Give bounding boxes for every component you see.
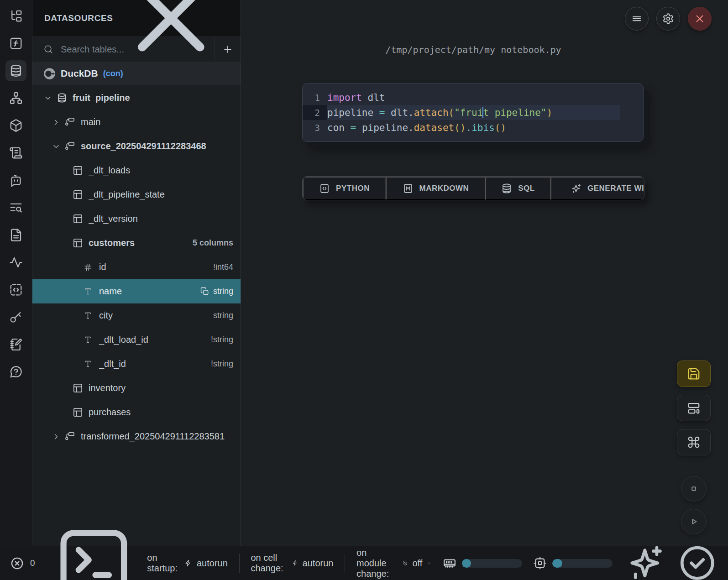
activity-item-help-circle[interactable]: [5, 361, 26, 382]
tree-row-_dlt_load_id[interactable]: _dlt_load_id!string: [32, 328, 241, 352]
code-line-3[interactable]: 3con = pipeline.dataset().ibis(): [303, 120, 643, 135]
notebook-area: /tmp/project/path/my_notebook.py 1import…: [241, 0, 728, 546]
code-square-icon: [9, 283, 23, 297]
table-icon: [73, 214, 83, 224]
tree-item-meta: string: [213, 311, 241, 320]
schema-icon: [65, 431, 75, 442]
activity-item-key[interactable]: [5, 307, 26, 328]
button-label: PYTHON: [336, 184, 370, 193]
tree-row-name[interactable]: namestring: [32, 279, 241, 303]
hash-icon: [84, 263, 92, 272]
code-editor[interactable]: 1import dlt2pipeline = dlt.attach("fruit…: [303, 84, 643, 141]
run-setting-on-cell-change[interactable]: on cell change:autorun: [239, 553, 345, 574]
chevron-down-icon[interactable]: [52, 142, 61, 151]
activity-item-file-tree[interactable]: [5, 5, 26, 26]
sparkles-icon: [624, 543, 665, 580]
tree-item-meta: !string: [211, 359, 241, 369]
button-label: GENERATE WIT: [587, 184, 644, 193]
tree-row-purchases[interactable]: purchases: [32, 400, 241, 424]
key-icon: [9, 310, 23, 324]
menu-button[interactable]: [625, 7, 649, 31]
activity-item-box[interactable]: [5, 115, 26, 136]
tree-row-_dlt_version[interactable]: _dlt_version: [32, 207, 241, 231]
datasources-panel-header: DATASOURCES: [32, 0, 241, 37]
tree-row-city[interactable]: citystring: [32, 303, 241, 328]
layout-button[interactable]: [677, 395, 711, 421]
tree-row-source_202504291112283468[interactable]: source_202504291112283468: [32, 134, 241, 158]
add-cell-button-generate-wit[interactable]: GENERATE WIT: [550, 177, 644, 200]
duckdb-logo-icon: [43, 68, 56, 80]
tree-row-_dlt_pipeline_state[interactable]: _dlt_pipeline_state: [32, 183, 241, 207]
stop-button[interactable]: [681, 476, 707, 502]
tree-row-main[interactable]: main: [32, 110, 241, 134]
activity-icon: [9, 256, 23, 269]
error-indicator[interactable]: 0: [10, 556, 35, 570]
activity-item-function-square[interactable]: [5, 33, 26, 54]
terminal-button[interactable]: [53, 523, 134, 580]
memory-icon: [443, 556, 456, 570]
cpu-meter: [533, 556, 613, 570]
tree-item-meta: string: [200, 287, 241, 296]
engine-row[interactable]: DuckDB (con): [32, 62, 241, 85]
engine-connection: (con): [103, 69, 123, 78]
tree-row-_dlt_loads[interactable]: _dlt_loads: [32, 158, 241, 183]
connection-status-button[interactable]: [677, 543, 718, 580]
add-cell-button-python[interactable]: PYTHON: [303, 177, 386, 200]
save-icon: [687, 367, 701, 381]
add-datasource-button[interactable]: [215, 37, 241, 62]
code-btn-icon: [319, 183, 330, 194]
activity-item-database[interactable]: [5, 60, 26, 81]
code-cell[interactable]: 1import dlt2pipeline = dlt.attach("fruit…: [302, 83, 644, 142]
code-line-2[interactable]: 2pipeline = dlt.attach("fruit_pipeline"): [303, 105, 643, 120]
search-icon: [43, 44, 53, 54]
setting-label: on module change:: [356, 548, 398, 579]
shutdown-button[interactable]: [688, 7, 712, 31]
tree-item-label: _dlt_loads: [89, 165, 241, 176]
activity-item-text-search[interactable]: [5, 197, 26, 218]
ai-sparkles-button[interactable]: [624, 543, 665, 580]
chevron-right-icon[interactable]: [52, 432, 61, 441]
search-box[interactable]: [32, 37, 214, 62]
tree-row-transformed_202504291112283581[interactable]: transformed_202504291112283581: [32, 424, 241, 449]
activity-item-bot-message[interactable]: [5, 170, 26, 191]
settings-button[interactable]: [656, 7, 680, 31]
add-cell-button-markdown[interactable]: MARKDOWN: [386, 177, 485, 200]
run-setting-on-module-change[interactable]: on module change:off: [345, 548, 443, 579]
run-button[interactable]: [681, 509, 707, 534]
tree-row-customers[interactable]: customers5 columns: [32, 231, 241, 255]
tree-item-meta: 5 columns: [193, 238, 241, 248]
activity-item-file-text[interactable]: [5, 225, 26, 246]
add-cell-button-sql[interactable]: SQL: [485, 177, 550, 200]
tree-row-inventory[interactable]: inventory: [32, 376, 241, 400]
file-tree-icon: [9, 9, 23, 23]
run-setting-on-startup[interactable]: on startup:autorun: [136, 553, 239, 574]
chevron-right-icon[interactable]: [52, 118, 61, 127]
copy-icon[interactable]: [200, 287, 209, 296]
activity-item-scroll-text[interactable]: [5, 142, 26, 163]
timer-off-icon: [403, 558, 408, 568]
activity-item-network[interactable]: [5, 88, 26, 109]
type-icon: [84, 287, 92, 296]
tree-row-id[interactable]: id!int64: [32, 255, 241, 279]
activity-item-activity[interactable]: [5, 252, 26, 273]
activity-item-notebook-pen[interactable]: [5, 334, 26, 355]
plus-icon: [222, 44, 233, 55]
search-input[interactable]: [60, 44, 209, 55]
line-number: 1: [303, 90, 327, 105]
code-text: import dlt: [327, 90, 643, 105]
keyboard-shortcuts-button[interactable]: [677, 429, 711, 455]
search-row: [32, 37, 241, 62]
status-bar-right: [443, 543, 718, 580]
code-line-1[interactable]: 1import dlt: [303, 90, 643, 105]
save-button[interactable]: [677, 361, 711, 387]
activity-item-code-square[interactable]: [5, 279, 26, 300]
app-window: DATASOURCES DuckDB (con) fruit_pipelinem…: [0, 0, 728, 546]
zap-icon: [292, 558, 298, 568]
tree-item-meta: !string: [211, 335, 241, 345]
tree-item-label: _dlt_version: [89, 214, 241, 224]
chevron-down-icon[interactable]: [43, 94, 52, 103]
setting-label: on startup:: [147, 553, 180, 574]
tree-row-fruit_pipeline[interactable]: fruit_pipeline: [32, 86, 241, 110]
close-icon: [694, 13, 706, 25]
tree-row-_dlt_id[interactable]: _dlt_id!string: [32, 352, 241, 376]
